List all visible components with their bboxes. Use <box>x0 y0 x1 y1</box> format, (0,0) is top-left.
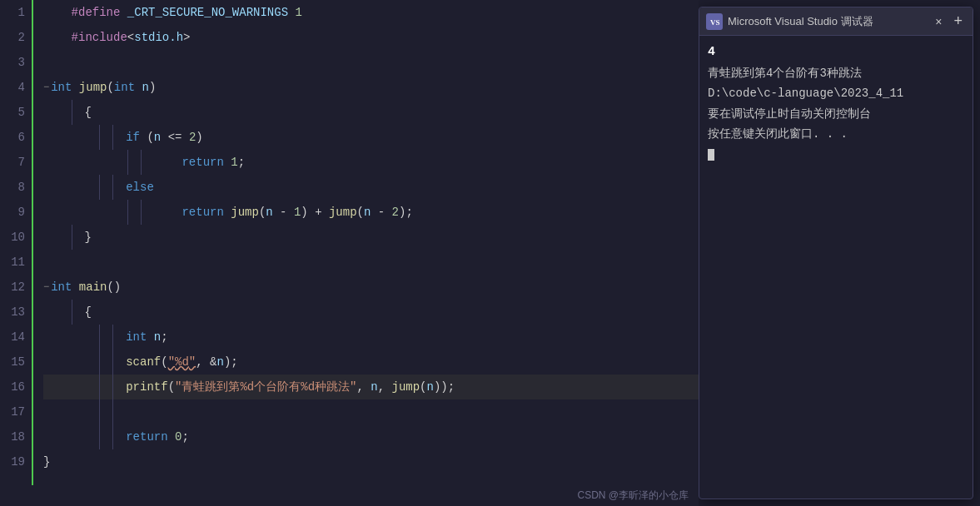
code-line-16: printf ( "青蛙跳到第%d个台阶有%d种跳法" , n , jump (… <box>43 375 699 399</box>
line-num-16: 16 <box>3 375 25 399</box>
cursor <box>708 149 714 161</box>
line-num-11: 11 <box>3 250 25 275</box>
output-window: VS Microsoft Visual Studio 调试器 × + 4 青蛙跳… <box>699 7 973 499</box>
code-line-8: else <box>43 175 699 200</box>
code-line-14: int n ; <box>43 325 699 350</box>
code-lines[interactable]: #define _CRT_SECURE_NO_WARNINGS 1 #inclu… <box>33 0 699 485</box>
code-line-9: return jump ( n - 1 ) + jump ( n <box>43 200 699 225</box>
code-line-7: return 1 ; <box>43 150 699 175</box>
code-line-3 <box>43 50 699 75</box>
output-body: 4 青蛙跳到第4个台阶有3种跳法 D:\code\c-language\2023… <box>699 36 973 499</box>
output-line-5: 按任意键关闭此窗口. . . <box>708 125 964 143</box>
output-line-3: D:\code\c-language\2023_4_11 <box>708 84 964 102</box>
code-line-13: { <box>43 300 699 325</box>
line-num-6: 6 <box>3 125 25 150</box>
output-titlebar: VS Microsoft Visual Studio 调试器 × + <box>699 7 973 36</box>
code-line-17 <box>43 399 699 424</box>
line-numbers: 1 2 3 4 5 6 7 8 9 10 11 12 13 14 15 16 1… <box>0 0 33 485</box>
line-num-1: 1 <box>3 0 25 25</box>
code-line-12: − int main () <box>43 275 699 300</box>
code-line-1: #define _CRT_SECURE_NO_WARNINGS 1 <box>43 0 699 25</box>
line-num-10: 10 <box>3 225 25 250</box>
collapse-icon-12[interactable]: − <box>43 275 49 300</box>
collapse-icon-4[interactable]: − <box>43 75 49 100</box>
code-line-19: } <box>43 449 699 474</box>
line-num-12: 12 <box>3 275 25 300</box>
output-line-1: 4 <box>708 42 964 62</box>
line-num-17: 17 <box>3 399 25 424</box>
code-line-2: #include < stdio.h > <box>43 25 699 50</box>
line-num-5: 5 <box>3 100 25 125</box>
line-num-14: 14 <box>3 325 25 350</box>
line-num-4: 4 <box>3 75 25 100</box>
code-line-6: if ( n <= 2 ) <box>43 125 699 150</box>
code-content: 1 2 3 4 5 6 7 8 9 10 11 12 13 14 15 16 1… <box>0 0 699 485</box>
code-line-5: { <box>43 100 699 125</box>
code-line-11 <box>43 250 699 275</box>
code-editor: 1 2 3 4 5 6 7 8 9 10 11 12 13 14 15 16 1… <box>0 0 699 506</box>
code-line-4: − int jump ( int n ) <box>43 75 699 100</box>
code-line-18: return 0 ; <box>43 424 699 449</box>
close-button[interactable]: × <box>932 15 945 28</box>
vs-icon: VS <box>706 13 723 30</box>
line-num-19: 19 <box>3 449 25 474</box>
main-container: 1 2 3 4 5 6 7 8 9 10 11 12 13 14 15 16 1… <box>0 0 980 506</box>
output-line-4: 要在调试停止时自动关闭控制台 <box>708 105 964 123</box>
plus-button[interactable]: + <box>950 12 966 30</box>
line-num-2: 2 <box>3 25 25 50</box>
line-num-7: 7 <box>3 150 25 175</box>
line-num-8: 8 <box>3 175 25 200</box>
line-num-15: 15 <box>3 350 25 375</box>
output-title: Microsoft Visual Studio 调试器 <box>728 14 927 29</box>
line-num-3: 3 <box>3 50 25 75</box>
line-num-9: 9 <box>3 200 25 225</box>
watermark: CSDN @李昕泽的小仓库 <box>0 485 699 506</box>
line-num-18: 18 <box>3 424 25 449</box>
code-line-10: } <box>43 225 699 250</box>
svg-text:VS: VS <box>710 18 720 27</box>
line-num-13: 13 <box>3 300 25 325</box>
code-line-15: scanf ( " %d " , & n ); <box>43 350 699 375</box>
output-line-2: 青蛙跳到第4个台阶有3种跳法 <box>708 64 964 82</box>
